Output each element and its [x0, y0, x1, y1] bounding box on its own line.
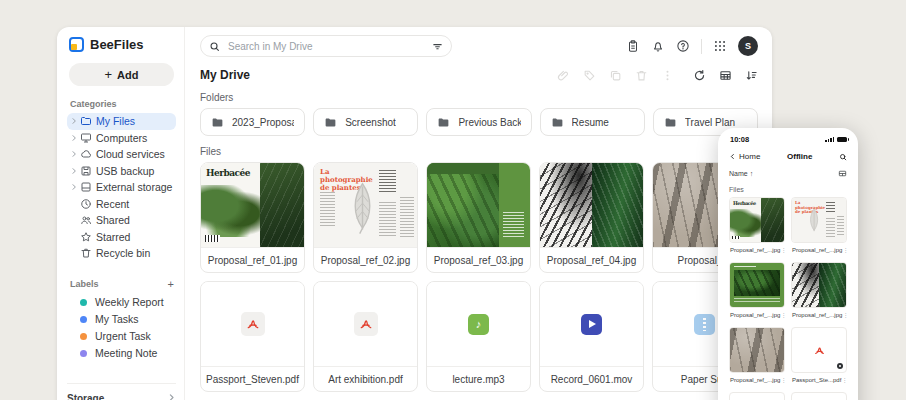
more-vertical-icon[interactable] — [661, 69, 674, 82]
search-icon[interactable] — [839, 153, 847, 161]
sort-descending-icon[interactable] — [745, 69, 758, 82]
sidebar-item-recycle-bin[interactable]: Recycle bin — [67, 245, 176, 262]
sidebar-item-recent[interactable]: Recent — [67, 196, 176, 213]
file-thumbnail: La photographie de plantes — [314, 163, 417, 247]
sidebar-item-usb-backup[interactable]: USB backup — [67, 163, 176, 180]
folder-chip-resume[interactable]: Resume — [540, 108, 645, 136]
sidebar-item-external-storage[interactable]: External storage — [67, 179, 176, 196]
add-button[interactable]: + Add — [69, 63, 174, 86]
phone-file-card[interactable]: Herbacée Proposal_ref_...jpg⋮ — [729, 197, 785, 256]
file-card[interactable]: Proposal_ref_03.jpg — [426, 162, 531, 273]
file-name: lecture.mp3 — [427, 366, 530, 391]
avatar[interactable]: S — [738, 36, 758, 56]
clock-icon — [80, 198, 96, 210]
label-color-dot — [80, 333, 87, 340]
more-vertical-icon[interactable]: ⋮ — [842, 311, 848, 318]
folder-icon — [664, 116, 677, 129]
attach-icon[interactable] — [557, 69, 570, 82]
copy-icon[interactable] — [609, 69, 622, 82]
search-bar[interactable] — [200, 35, 452, 57]
file-thumbnail: ♪ — [791, 392, 847, 400]
files-grid: Herbacée Proposal_ref_01.jpg La photogra… — [200, 162, 758, 400]
chevron-right-icon[interactable] — [70, 134, 80, 142]
star-icon — [80, 231, 96, 243]
file-card[interactable]: Record_0601.mov — [539, 281, 644, 392]
label-color-dot — [80, 350, 87, 357]
phone-file-card[interactable]: La photographie de plantes Proposal_ref_… — [791, 197, 847, 256]
more-vertical-icon[interactable]: ⋮ — [842, 246, 848, 253]
trash-icon — [80, 247, 96, 259]
help-icon[interactable] — [676, 39, 690, 53]
page-title: My Drive — [200, 68, 250, 82]
grid-view-icon[interactable] — [719, 69, 732, 82]
file-name: Proposal_ref_04.jpg — [540, 247, 643, 272]
file-name: Proposal_ref_...jpg — [792, 312, 842, 318]
refresh-icon[interactable] — [693, 69, 706, 82]
filter-icon[interactable] — [432, 41, 443, 52]
sidebar-item-shared[interactable]: Shared — [67, 212, 176, 229]
sidebar-item-computers[interactable]: Computers — [67, 130, 176, 147]
file-card[interactable]: ♪ lecture.mp3 — [426, 281, 531, 392]
chevron-right-icon[interactable] — [70, 117, 80, 125]
phone-time: 10:08 — [730, 135, 749, 144]
folder-chip-previous-backup[interactable]: Previous Backup — [426, 108, 531, 136]
folder-icon — [211, 116, 224, 129]
apps-grid-icon[interactable] — [713, 39, 727, 53]
sidebar-item-my-files[interactable]: My Files — [67, 113, 176, 130]
sort-by-name-button[interactable]: Name ↑ — [729, 170, 753, 177]
file-card[interactable]: Art exhibition.pdf — [313, 281, 418, 392]
back-button[interactable]: Home — [729, 152, 760, 161]
battery-icon — [837, 137, 847, 142]
phone-overlay: 10:08 Home Offline Name ↑ Files Herbacée — [718, 128, 858, 400]
beefiles-logo-icon — [69, 37, 84, 52]
folder-chip-screenshot[interactable]: Screenshot — [313, 108, 418, 136]
chevron-right-icon[interactable] — [70, 167, 80, 175]
chevron-right-icon[interactable] — [70, 150, 80, 158]
phone-file-card[interactable] — [729, 392, 785, 400]
phone-status-bar: 10:08 — [730, 135, 847, 144]
sidebar-item-cloud-services[interactable]: Cloud services — [67, 146, 176, 163]
file-card[interactable]: Passport_Steven.pdf — [200, 281, 305, 392]
file-card[interactable]: Herbacée Proposal_ref_01.jpg — [200, 162, 305, 273]
tag-icon[interactable] — [583, 69, 596, 82]
label-text: Urgent Task — [95, 330, 151, 342]
folder-chip-2023-proposal[interactable]: 2023_Proposal — [200, 108, 305, 136]
view-toggle-icon[interactable] — [838, 169, 847, 178]
sidebar-item-storage[interactable]: Storage — [67, 383, 176, 400]
files-heading: Files — [200, 146, 772, 157]
add-label-button[interactable]: + — [168, 278, 174, 290]
label-item-urgent-task[interactable]: Urgent Task — [67, 328, 176, 345]
file-card[interactable]: La photographie de plantes Proposal_ref_… — [313, 162, 418, 273]
delete-icon[interactable] — [635, 69, 648, 82]
label-item-weekly-report[interactable]: Weekly Report — [67, 294, 176, 311]
zip-icon — [694, 314, 715, 335]
more-vertical-icon[interactable]: ⋮ — [841, 376, 847, 383]
sidebar-item-label: Shared — [96, 214, 130, 226]
notifications-bell-icon[interactable] — [651, 39, 665, 53]
phone-file-card[interactable]: Proposal_ref_...jpg⋮ — [729, 262, 785, 321]
file-thumbnail — [540, 282, 643, 366]
folders-heading: Folders — [200, 92, 772, 103]
labels-heading: Labels + — [70, 278, 174, 290]
file-card[interactable]: Proposal_ref_04.jpg — [539, 162, 644, 273]
label-item-my-tasks[interactable]: My Tasks — [67, 311, 176, 328]
app-title: BeeFiles — [90, 37, 143, 52]
label-item-meeting-note[interactable]: Meeting Note — [67, 345, 176, 362]
chevron-right-icon[interactable] — [70, 183, 80, 191]
search-icon — [209, 41, 220, 52]
more-vertical-icon[interactable]: ⋮ — [780, 246, 786, 253]
phone-file-card[interactable]: Passport_Ste...pdf⋮ — [791, 327, 847, 386]
phone-file-card[interactable]: ♪ — [791, 392, 847, 400]
phone-nav-bar: Home Offline — [729, 152, 847, 161]
phone-file-card[interactable]: Proposal_ref_...jpg⋮ — [729, 327, 785, 386]
label-color-dot — [80, 299, 87, 306]
more-vertical-icon[interactable]: ⋮ — [780, 376, 786, 383]
search-input[interactable] — [226, 40, 426, 53]
more-vertical-icon[interactable]: ⋮ — [780, 311, 786, 318]
clipboard-icon[interactable] — [626, 39, 640, 53]
file-thumbnail — [729, 327, 785, 373]
phone-file-card[interactable]: Proposal_ref_...jpg⋮ — [791, 262, 847, 321]
topbar: S — [200, 33, 758, 59]
audio-icon: ♪ — [468, 314, 489, 335]
sidebar-item-starred[interactable]: Starred — [67, 229, 176, 246]
